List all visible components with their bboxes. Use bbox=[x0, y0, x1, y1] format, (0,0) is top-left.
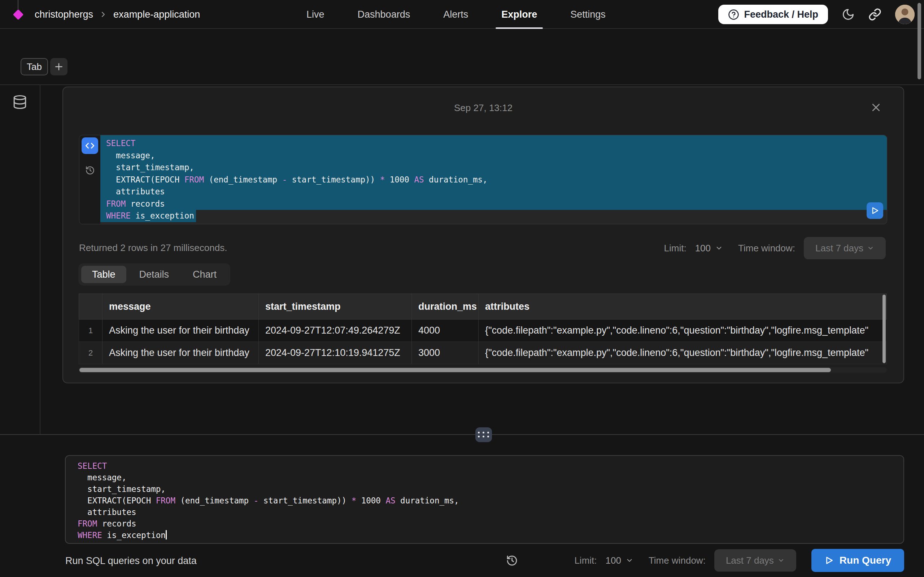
query-result-card: Sep 27, 13:12 SELECT message, start_time… bbox=[63, 87, 904, 384]
table-cell: Asking the user for their birthday bbox=[102, 342, 258, 364]
topbar-actions: Feedback / Help bbox=[718, 0, 914, 29]
chevron-down-icon bbox=[715, 244, 723, 252]
editor-sql-line: FROM records bbox=[78, 518, 903, 529]
editor-vertical-scrollbar[interactable] bbox=[918, 3, 921, 79]
chevron-down-icon bbox=[867, 245, 874, 252]
page-divider bbox=[0, 84, 924, 85]
database-schema-icon[interactable] bbox=[12, 95, 27, 110]
table-cell: {"code.filepath":"example.py","code.line… bbox=[478, 319, 887, 342]
editor-sql-line: SELECT bbox=[78, 460, 903, 472]
limit-label: Limit: bbox=[664, 243, 687, 254]
sql-line: attributes bbox=[100, 186, 887, 198]
table-horizontal-scrollbar[interactable] bbox=[79, 367, 887, 373]
nav-item-settings[interactable]: Settings bbox=[570, 0, 606, 29]
table-cell: 2024-09-27T12:10:19.941275Z bbox=[258, 342, 412, 364]
sql-snippet-block: SELECT message, start_timestamp, EXTRACT… bbox=[79, 135, 887, 224]
user-avatar[interactable] bbox=[895, 5, 914, 24]
editor-sql-line: WHERE is_exception bbox=[78, 529, 903, 541]
help-circle-icon bbox=[728, 9, 739, 20]
table-row[interactable]: 1Asking the user for their birthday2024-… bbox=[79, 319, 887, 342]
table-horizontal-scrollbar-thumb[interactable] bbox=[79, 368, 831, 372]
time-window-label: Time window: bbox=[738, 243, 795, 254]
main-nav: LiveDashboardsAlertsExploreSettings bbox=[307, 0, 606, 29]
column-header-start_timestamp: start_timestamp bbox=[258, 294, 412, 319]
result-view-tabs: TableDetailsChart bbox=[78, 263, 230, 285]
table-cell: 1 bbox=[79, 319, 102, 342]
view-tab-table[interactable]: Table bbox=[81, 266, 126, 283]
sql-line: start_timestamp, bbox=[100, 161, 887, 174]
result-controls: Limit: 100 Time window: Last 7 days bbox=[664, 237, 886, 259]
table-cell: {"code.filepath":"example.py","code.line… bbox=[478, 342, 887, 364]
chevron-right-icon bbox=[99, 10, 108, 19]
limit-label: Limit: bbox=[574, 555, 597, 566]
top-navigation-bar: christophergs example-application LiveDa… bbox=[0, 0, 924, 29]
table-cell: 2 bbox=[79, 342, 102, 364]
breadcrumb: christophergs example-application bbox=[35, 0, 200, 29]
pane-splitter-handle[interactable] bbox=[475, 427, 492, 442]
plus-icon bbox=[54, 62, 63, 71]
sql-line: message, bbox=[100, 150, 887, 162]
nav-item-dashboards[interactable]: Dashboards bbox=[358, 0, 410, 29]
result-meta: Returned 2 rows in 27 milliseconds. bbox=[79, 242, 227, 253]
feedback-help-label: Feedback / Help bbox=[744, 9, 818, 20]
sql-line: EXTRACT(EPOCH FROM (end_timestamp - star… bbox=[100, 174, 887, 186]
view-tab-chart[interactable]: Chart bbox=[182, 266, 228, 283]
sql-line: FROM records bbox=[100, 198, 887, 210]
table-row[interactable]: 2Asking the user for their birthday2024-… bbox=[79, 342, 887, 364]
logfire-logo-diamond[interactable] bbox=[13, 10, 24, 20]
sql-line: SELECT bbox=[100, 137, 887, 150]
nav-item-alerts[interactable]: Alerts bbox=[443, 0, 468, 29]
chevron-down-icon bbox=[777, 557, 785, 564]
feedback-help-button[interactable]: Feedback / Help bbox=[718, 5, 828, 24]
sql-editor[interactable]: SELECT message, start_timestamp, EXTRACT… bbox=[65, 455, 904, 544]
table-cell: Asking the user for their birthday bbox=[102, 319, 258, 342]
editor-controls: Limit: 100 Time window: Last 7 days Run … bbox=[574, 549, 904, 572]
time-window-dropdown[interactable]: Last 7 days bbox=[714, 549, 796, 572]
column-header-duration_ms: duration_ms bbox=[412, 294, 478, 319]
editor-sql-line: start_timestamp, bbox=[78, 483, 903, 495]
result-table: messagestart_timestampduration_msattribu… bbox=[79, 293, 887, 373]
chevron-down-icon bbox=[625, 556, 633, 564]
table-cell: 3000 bbox=[412, 342, 478, 364]
history-icon[interactable] bbox=[85, 166, 95, 175]
time-window-label: Time window: bbox=[649, 555, 706, 566]
sql-snippet-gutter bbox=[79, 135, 100, 224]
editor-sql-line: attributes bbox=[78, 506, 903, 518]
table-header-row: messagestart_timestampduration_msattribu… bbox=[79, 293, 887, 319]
run-query-button[interactable]: Run Query bbox=[811, 549, 904, 572]
limit-dropdown[interactable]: 100 bbox=[695, 243, 723, 254]
nav-item-explore[interactable]: Explore bbox=[501, 0, 537, 29]
column-header-row-number bbox=[79, 294, 102, 319]
query-history-icon[interactable] bbox=[506, 554, 518, 567]
table-vertical-scrollbar[interactable] bbox=[882, 295, 886, 363]
sql-selection-highlight: SELECT message, start_timestamp, EXTRACT… bbox=[100, 135, 887, 210]
editor-sql-line: EXTRACT(EPOCH FROM (end_timestamp - star… bbox=[78, 495, 903, 506]
share-link-icon[interactable] bbox=[868, 8, 881, 21]
breadcrumb-org[interactable]: christophergs bbox=[35, 9, 93, 20]
table-cell: 2024-09-27T12:07:49.264279Z bbox=[258, 319, 412, 342]
column-header-message: message bbox=[102, 294, 258, 319]
theme-toggle-moon-icon[interactable] bbox=[842, 8, 855, 21]
close-icon[interactable] bbox=[869, 101, 882, 114]
sql-snippet-code[interactable]: SELECT message, start_timestamp, EXTRACT… bbox=[100, 135, 887, 224]
editor-hint: Run SQL queries on your data bbox=[65, 555, 197, 567]
editor-sql-line: message, bbox=[78, 472, 903, 483]
view-tab-details[interactable]: Details bbox=[129, 266, 180, 283]
logo-tick bbox=[18, 0, 18, 10]
text-cursor bbox=[166, 530, 167, 540]
column-header-attributes: attributes bbox=[478, 294, 887, 319]
breadcrumb-project[interactable]: example-application bbox=[113, 9, 200, 20]
pane-splitter-line bbox=[0, 434, 924, 435]
limit-dropdown[interactable]: 100 bbox=[606, 555, 633, 566]
query-tab-label: Tab bbox=[27, 61, 42, 73]
run-query-label: Run Query bbox=[840, 554, 891, 566]
sql-line: WHERE is_exception bbox=[100, 210, 196, 222]
left-sidebar bbox=[0, 85, 40, 434]
add-tab-button[interactable] bbox=[50, 58, 68, 76]
query-timestamp: Sep 27, 13:12 bbox=[63, 102, 903, 114]
run-snippet-play-button[interactable] bbox=[867, 202, 883, 219]
time-window-dropdown[interactable]: Last 7 days bbox=[804, 237, 886, 259]
nav-item-live[interactable]: Live bbox=[307, 0, 325, 29]
query-tab[interactable]: Tab bbox=[21, 58, 48, 76]
code-brackets-button[interactable] bbox=[82, 137, 98, 154]
